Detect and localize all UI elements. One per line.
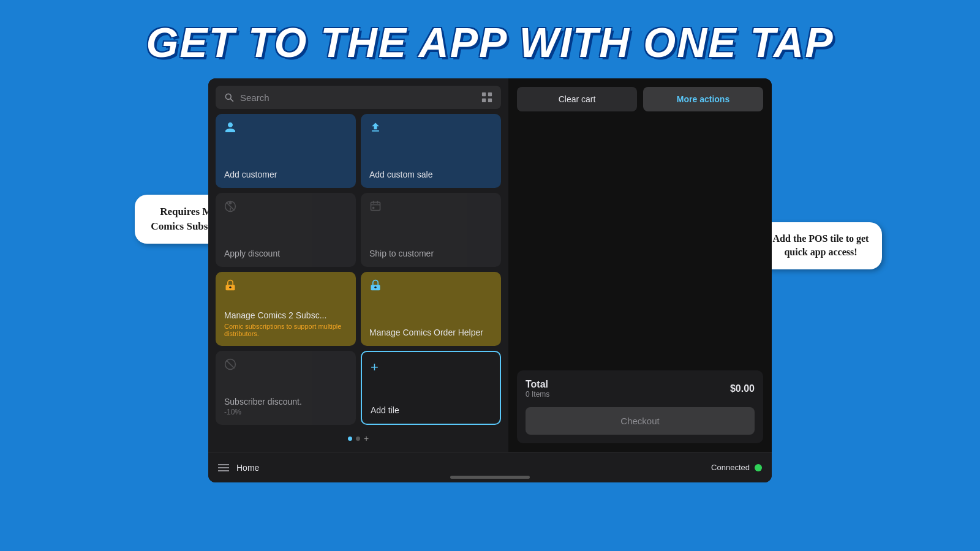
tile-apply-discount[interactable]: Apply discount: [216, 193, 356, 267]
page-headline: GET TO THE APP WITH ONE TAP: [146, 18, 834, 66]
tile-add-custom-sale[interactable]: Add custom sale: [361, 114, 501, 188]
svg-point-16: [374, 287, 376, 288]
total-row: Total 0 Items $0.00: [526, 379, 755, 399]
search-bar[interactable]: Search: [216, 86, 501, 109]
total-info: Total 0 Items: [526, 379, 549, 399]
manage-comics-2-label: Manage Comics 2 Subsc...: [224, 310, 347, 320]
add-tile-label: Add tile: [371, 405, 399, 415]
app-window: Search: [208, 78, 772, 482]
pagination-dot-1[interactable]: [348, 437, 352, 441]
svg-rect-3: [488, 92, 492, 96]
upload-icon: [369, 121, 382, 137]
add-custom-sale-label: Add custom sale: [369, 170, 492, 179]
clear-cart-button[interactable]: Clear cart: [517, 87, 637, 111]
hamburger-menu[interactable]: [218, 464, 229, 471]
svg-rect-5: [488, 99, 492, 102]
hamburger-line-1: [218, 464, 229, 465]
cart-empty-area: [517, 119, 763, 363]
manage-comics-order-label: Manage Comics Order Helper: [369, 328, 492, 337]
nav-home-label: Home: [236, 463, 259, 473]
tile-manage-comics-2[interactable]: Manage Comics 2 Subsc... Comic subscript…: [216, 272, 356, 346]
svg-rect-2: [482, 92, 486, 96]
add-customer-label: Add customer: [224, 170, 347, 179]
left-panel: Search: [208, 78, 508, 452]
bubble-right: Add the POS tile to get quick app access…: [760, 222, 882, 269]
grid-icon: [481, 92, 492, 103]
apply-discount-label: Apply discount: [224, 249, 347, 258]
connected-label: Connected: [711, 463, 750, 472]
svg-rect-8: [371, 202, 380, 210]
more-actions-button[interactable]: More actions: [643, 87, 763, 111]
home-indicator: [450, 476, 530, 479]
items-count: 0 Items: [526, 390, 549, 399]
tile-add-customer[interactable]: Add customer: [216, 114, 356, 188]
total-section: Total 0 Items $0.00 Checkout: [517, 370, 763, 443]
pagination-add[interactable]: +: [364, 433, 369, 443]
lock-orange-icon: [224, 279, 236, 294]
connected-indicator: [755, 464, 762, 471]
tile-subscriber-discount[interactable]: Subscriber discount. -10%: [216, 351, 356, 425]
subscriber-discount-label: Subscriber discount.: [224, 397, 347, 407]
svg-rect-12: [372, 207, 374, 209]
tile-add-tile[interactable]: + Add tile: [361, 351, 501, 425]
svg-line-1: [230, 99, 233, 101]
pagination-dot-2[interactable]: +: [356, 437, 360, 441]
subscriber-discount-sublabel: -10%: [224, 408, 347, 416]
checkout-button[interactable]: Checkout: [526, 407, 755, 435]
plus-icon: +: [371, 359, 379, 375]
tiles-grid: Add customer Add custom sale: [216, 114, 501, 425]
total-amount: $0.00: [730, 383, 755, 394]
app-content: Search: [208, 78, 772, 452]
tile-ship-to-customer[interactable]: Ship to customer: [361, 193, 501, 267]
pagination: + +: [216, 430, 501, 444]
nav-right: Connected: [711, 463, 762, 472]
ship-to-customer-label: Ship to customer: [369, 249, 492, 258]
badge-gray-icon: [224, 358, 236, 373]
search-placeholder: Search: [240, 92, 270, 103]
action-buttons: Clear cart More actions: [517, 87, 763, 111]
outer-wrapper: Requires Manage Comics Subscriptions Add…: [208, 66, 772, 482]
hamburger-line-3: [218, 470, 229, 471]
manage-comics-2-sublabel: Comic subscriptions to support multiple …: [224, 323, 347, 337]
person-icon: [224, 121, 236, 137]
hamburger-line-2: [218, 467, 229, 468]
tile-manage-comics-order[interactable]: Manage Comics Order Helper: [361, 272, 501, 346]
badge-icon: [224, 200, 236, 216]
calendar-icon: [369, 200, 382, 216]
svg-line-18: [226, 360, 234, 368]
svg-rect-4: [482, 99, 486, 102]
total-label: Total: [526, 379, 549, 390]
svg-point-14: [229, 287, 231, 288]
right-panel: Clear cart More actions Total 0 Items $0…: [508, 78, 772, 452]
search-icon: [224, 92, 234, 102]
lock-blue-icon: [369, 279, 382, 294]
